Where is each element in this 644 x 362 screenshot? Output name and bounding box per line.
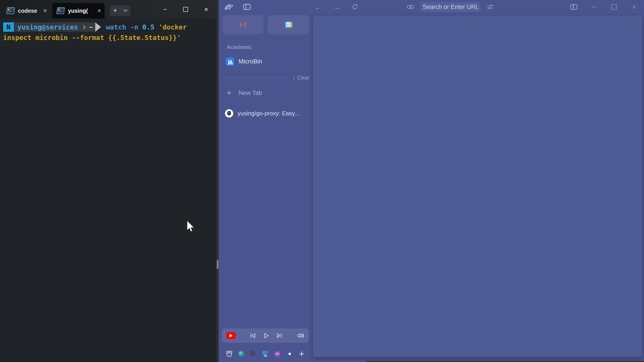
screen: codese × yusing( × + − × N: [0, 0, 644, 362]
prompt-arrow-icon: [95, 22, 101, 32]
new-tab-label: New Tab: [238, 90, 262, 96]
tab-title: yusing/go-proxy: Easy...: [238, 110, 300, 117]
play-button[interactable]: [264, 333, 269, 339]
tab-close-icon[interactable]: ×: [44, 7, 47, 14]
clear-tabs-button[interactable]: ↓ Clear: [293, 75, 310, 81]
browser-sidebar: 21 Academic μ MicroBin ↓ Clear + New Tab: [219, 14, 313, 362]
terminal-tab-bar: codese × yusing( × + − ×: [0, 0, 216, 18]
link-icon[interactable]: [406, 2, 415, 11]
google-calendar-icon: 21: [285, 21, 292, 28]
tab-title: MicroBin: [238, 58, 262, 65]
tab-actions-group: +: [110, 5, 130, 16]
workspace-current-dot[interactable]: [286, 350, 293, 357]
split-view-icon[interactable]: [569, 2, 578, 11]
window-resize-divider[interactable]: [216, 0, 219, 362]
archive-box-icon[interactable]: [226, 350, 232, 357]
settings-sliders-icon[interactable]: [486, 2, 495, 11]
command-text: watch -n 0.5 'docker: [106, 23, 187, 31]
close-button[interactable]: ×: [196, 0, 216, 18]
url-input[interactable]: [423, 3, 478, 10]
clear-label: Clear: [297, 75, 310, 81]
chevron-right-icon: [82, 25, 86, 29]
terminal-window-controls: − ×: [155, 0, 216, 18]
prompt-segment: yusing@services ~: [14, 22, 95, 32]
taskbar-edge: [366, 361, 644, 362]
maximize-icon: [611, 4, 617, 9]
workspace-globe-icon[interactable]: [238, 350, 245, 357]
new-tab-button[interactable]: +: [110, 7, 120, 14]
browser-close-button[interactable]: ×: [630, 2, 639, 11]
media-player-bar[interactable]: [222, 329, 309, 343]
prompt-line: N yusing@services ~ watch -n 0.5 'docker: [3, 22, 213, 32]
browser-content-area: [313, 16, 642, 357]
microbin-favicon: μ: [226, 57, 234, 66]
terminal-window: codese × yusing( × + − × N: [0, 0, 216, 362]
tab-dropdown-button[interactable]: [120, 10, 130, 11]
github-favicon: [225, 109, 233, 117]
tabs-divider-row: ↓ Clear: [222, 74, 310, 81]
workspace-desktop-icon[interactable]: [262, 350, 269, 357]
browser-window: ← →: [219, 0, 644, 362]
powershell-icon: [6, 7, 15, 14]
tab-close-icon[interactable]: ×: [98, 7, 101, 14]
divider: [222, 78, 289, 78]
url-bar[interactable]: [420, 2, 480, 12]
minimize-button[interactable]: −: [155, 0, 175, 18]
workspace-movie-camera-icon[interactable]: [250, 350, 257, 357]
arrow-down-icon: ↓: [293, 75, 296, 81]
maximize-icon: [183, 7, 188, 12]
sidebar-tab-github[interactable]: yusing/go-proxy: Easy...: [223, 107, 310, 120]
essential-tile-calendar[interactable]: 21: [268, 15, 309, 34]
terminal-tab-codese[interactable]: codese ×: [2, 3, 50, 18]
gmail-icon: [239, 22, 247, 28]
previous-track-button[interactable]: [250, 333, 256, 339]
browser-maximize-button[interactable]: [610, 2, 618, 11]
essential-tile-gmail[interactable]: [222, 15, 264, 34]
youtube-icon[interactable]: [226, 332, 236, 339]
essentials-grid: 21: [222, 15, 309, 34]
resize-grip-handle[interactable]: [217, 260, 218, 269]
reload-button[interactable]: [350, 2, 359, 11]
terminal-tab-label: yusing(: [68, 7, 94, 14]
workspace-devil-icon[interactable]: [274, 350, 281, 357]
plus-icon: +: [225, 88, 233, 98]
next-track-button[interactable]: [276, 333, 283, 339]
sidebar-tab-microbin[interactable]: μ MicroBin: [223, 55, 310, 68]
terminal-content[interactable]: N yusing@services ~ watch -n 0.5 'docker…: [0, 18, 216, 362]
workspace-section-label: Academic: [226, 44, 313, 50]
zen-logo-icon[interactable]: [224, 2, 234, 11]
volume-icon[interactable]: [297, 333, 304, 339]
browser-toolbar: ← →: [219, 0, 644, 14]
mouse-cursor: [187, 221, 196, 232]
workspace-switcher: +: [226, 349, 305, 359]
maximize-button[interactable]: [175, 0, 196, 18]
prompt-cwd: ~: [89, 23, 93, 31]
prompt-user-host: yusing@services: [18, 23, 78, 31]
forward-button[interactable]: →: [332, 2, 341, 11]
add-workspace-button[interactable]: +: [298, 350, 305, 357]
sidebar-toggle-icon[interactable]: [242, 2, 251, 11]
command-text-wrapped: inspect microbin --format {{.State.Statu…: [3, 33, 213, 42]
sidebar-new-tab-button[interactable]: + New Tab: [223, 87, 310, 99]
prompt-badge: N: [3, 22, 14, 32]
terminal-tab-label: codese: [18, 7, 40, 14]
powershell-icon: [56, 7, 65, 14]
browser-minimize-button[interactable]: −: [590, 2, 598, 11]
back-button[interactable]: ←: [314, 2, 323, 11]
chevron-down-icon: [124, 8, 128, 12]
terminal-tab-yusing[interactable]: yusing( ×: [52, 3, 105, 18]
